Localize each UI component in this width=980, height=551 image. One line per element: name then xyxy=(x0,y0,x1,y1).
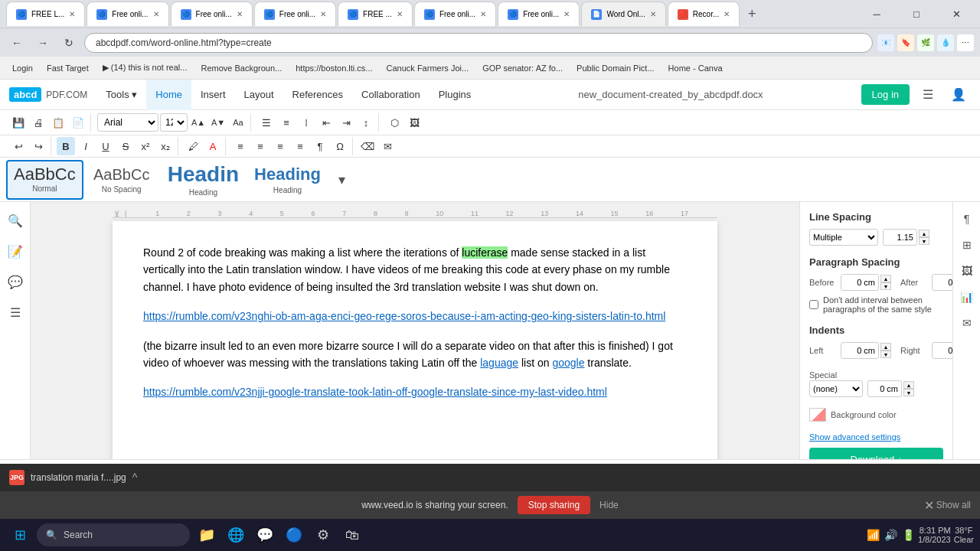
style-heading2[interactable]: Heading Heading xyxy=(247,160,328,200)
bookmark-public-domain[interactable]: Public Domain Pict... xyxy=(570,61,660,75)
tab-close-3[interactable]: ✕ xyxy=(237,10,243,18)
tab-1[interactable]: 🔵FREE L...✕ xyxy=(6,2,85,26)
line-spacing-up[interactable]: ▲ xyxy=(919,230,929,237)
line-spacing-down[interactable]: ▼ xyxy=(919,237,929,245)
tab-close-6[interactable]: ✕ xyxy=(480,10,486,18)
taskbar-settings[interactable]: ⚙ xyxy=(309,521,337,549)
tab-close-2[interactable]: ✕ xyxy=(153,10,159,18)
tab-7[interactable]: 🔵Free onli...✕ xyxy=(498,2,580,26)
tab-5[interactable]: 🔵FREE ...✕ xyxy=(338,2,413,26)
download-button[interactable]: Download ↓ xyxy=(809,448,943,459)
login-button[interactable]: Log in xyxy=(861,84,910,105)
document-link-1[interactable]: https://rumble.com/v23nghi-ob-am-aga-enc… xyxy=(143,310,665,322)
font-increase-icon[interactable]: A▲ xyxy=(189,113,207,132)
line-spacing-icon[interactable]: ↕ xyxy=(357,113,375,132)
tab-close-5[interactable]: ✕ xyxy=(397,10,403,18)
paragraph-marks-icon[interactable]: ¶ xyxy=(311,137,329,155)
menu-plugins[interactable]: Plugins xyxy=(430,80,481,110)
multilevel-list-icon[interactable]: ⁞ xyxy=(297,113,315,132)
laguage-link[interactable]: laguage xyxy=(480,357,518,369)
bookmark-fast-target[interactable]: Fast Target xyxy=(41,61,95,75)
tab-close-7[interactable]: ✕ xyxy=(564,10,570,18)
tab-close-4[interactable]: ✕ xyxy=(320,10,326,18)
number-list-icon[interactable]: ≡ xyxy=(277,113,296,132)
hamburger-icon[interactable]: ☰ xyxy=(916,83,940,107)
menu-collaboration[interactable]: Collaboration xyxy=(352,80,430,110)
bookmark-gop[interactable]: GOP senator: AZ fo... xyxy=(476,61,569,75)
style-normal[interactable]: AaBbCc Normal xyxy=(6,160,83,200)
left-sidebar-icon-4[interactable]: ☰ xyxy=(3,300,28,324)
dont-add-interval-checkbox[interactable] xyxy=(809,300,818,309)
user-icon[interactable]: 👤 xyxy=(946,83,971,107)
align-justify-icon[interactable]: ≡ xyxy=(291,137,309,155)
maximize-button[interactable]: □ xyxy=(899,2,934,26)
special-chars-icon[interactable]: Ω xyxy=(331,137,349,155)
taskbar-edge[interactable]: 🌐 xyxy=(222,521,250,549)
shapes-icon[interactable]: ⬡ xyxy=(385,113,403,132)
special-select[interactable]: (none) xyxy=(809,380,863,397)
after-input[interactable] xyxy=(932,274,952,291)
tab-close-8[interactable]: ✕ xyxy=(650,10,656,18)
tab-3[interactable]: 🔵Free onli...✕ xyxy=(171,2,253,26)
indent-left-up[interactable]: ▲ xyxy=(880,343,891,350)
ext-2[interactable]: 🔖 xyxy=(897,34,914,51)
font-name-select[interactable]: Arial xyxy=(97,113,158,132)
paragraph-icon[interactable]: ¶ xyxy=(956,208,978,230)
menu-home[interactable]: Home xyxy=(146,80,191,110)
before-down[interactable]: ▼ xyxy=(880,282,891,290)
subscript-button[interactable]: x₂ xyxy=(156,137,175,155)
decrease-indent-icon[interactable]: ⇤ xyxy=(317,113,335,132)
tab-6[interactable]: 🔵Free onli...✕ xyxy=(414,2,496,26)
tab-4[interactable]: 🔵Free onli...✕ xyxy=(254,2,336,26)
clock[interactable]: 8:31 PM 1/8/2023 xyxy=(918,526,951,544)
hide-button[interactable]: Hide xyxy=(599,500,619,510)
styles-chevron[interactable]: ▾ xyxy=(332,160,353,200)
line-spacing-input[interactable] xyxy=(883,229,917,246)
undo-icon[interactable]: ↩ xyxy=(9,137,28,155)
table-icon[interactable]: ⊞ xyxy=(956,234,978,256)
bookmark-canuck[interactable]: Canuck Farmers Joi... xyxy=(381,61,475,75)
close-button[interactable]: ✕ xyxy=(939,2,974,26)
ext-3[interactable]: 🌿 xyxy=(917,34,934,51)
mail-icon[interactable]: ✉ xyxy=(378,137,397,155)
underline-button[interactable]: U xyxy=(96,137,115,155)
clear-format-icon[interactable]: ⌫ xyxy=(358,137,377,155)
forward-button[interactable]: → xyxy=(32,32,54,54)
left-sidebar-icon-2[interactable]: 📝 xyxy=(3,239,28,263)
show-all-button[interactable]: Show all xyxy=(936,500,971,510)
redo-icon[interactable]: ↪ xyxy=(29,137,47,155)
picture-icon[interactable]: 🖼 xyxy=(405,113,423,132)
align-right-icon[interactable]: ≡ xyxy=(271,137,289,155)
line-spacing-select[interactable]: Multiple xyxy=(809,229,878,246)
document-content[interactable]: Round 2 of code breaking was making a li… xyxy=(143,244,687,401)
save-icon[interactable]: 💾 xyxy=(9,113,28,132)
align-center-icon[interactable]: ≡ xyxy=(251,137,270,155)
bg-color-swatch[interactable] xyxy=(809,408,826,422)
show-advanced-link[interactable]: Show advanced settings xyxy=(809,432,943,442)
wifi-icon[interactable]: 📶 xyxy=(867,529,880,541)
special-input[interactable] xyxy=(867,380,902,397)
address-input[interactable]: abcdpdf.com/word-online.html?type=create xyxy=(84,33,873,53)
italic-button[interactable]: I xyxy=(77,137,95,155)
strikethrough-button[interactable]: S xyxy=(116,137,135,155)
bookmark-youtube[interactable]: ▶ (14) this is not real... xyxy=(96,60,194,75)
tab-2[interactable]: 🔵Free onli...✕ xyxy=(87,2,168,26)
battery-icon[interactable]: 🔋 xyxy=(902,529,915,541)
bookmark-boston[interactable]: https://boston.lti.cs... xyxy=(289,61,378,75)
menu-tools[interactable]: Tools ▾ xyxy=(96,80,146,110)
bookmark-remove-bg[interactable]: Remove Backgroun... xyxy=(194,61,288,75)
menu-insert[interactable]: Insert xyxy=(191,80,235,110)
highlight-color-button[interactable]: 🖊 xyxy=(184,137,202,155)
taskbar-search[interactable]: 🔍 Search xyxy=(37,523,190,546)
back-button[interactable]: ← xyxy=(6,32,28,54)
indent-left-input[interactable] xyxy=(841,342,879,359)
ext-5[interactable]: ⋯ xyxy=(957,34,974,51)
indent-left-down[interactable]: ▼ xyxy=(880,350,891,358)
superscript-button[interactable]: x² xyxy=(136,137,155,155)
special-down[interactable]: ▼ xyxy=(903,389,914,396)
tab-close-9[interactable]: ✕ xyxy=(724,10,730,18)
chart-icon[interactable]: 📊 xyxy=(956,286,978,308)
image-icon[interactable]: 🖼 xyxy=(956,260,978,282)
bold-button[interactable]: B xyxy=(57,137,75,155)
start-button[interactable]: ⊞ xyxy=(6,521,34,549)
